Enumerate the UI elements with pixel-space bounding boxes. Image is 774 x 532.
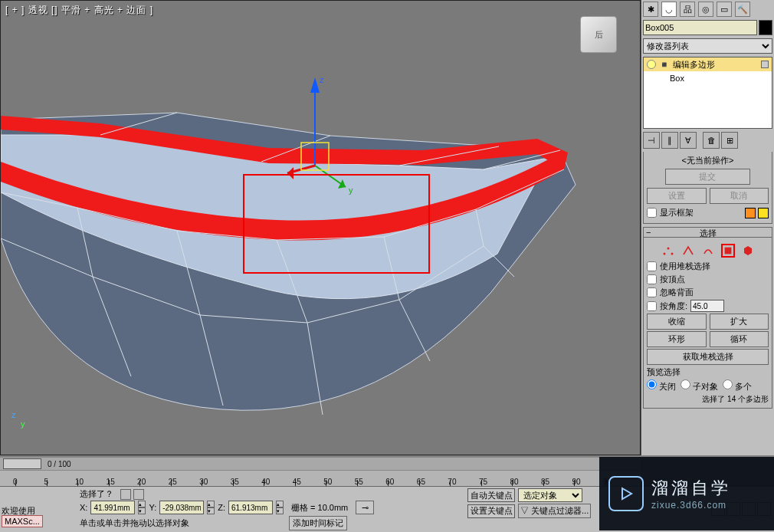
loop-button[interactable]: 循环 (710, 331, 769, 347)
x-coord-input[interactable] (90, 501, 135, 514)
selection-lock-button[interactable] (120, 489, 131, 500)
show-cage-checkbox[interactable] (647, 208, 657, 218)
selection-set-button[interactable] (133, 489, 144, 500)
grow-button[interactable]: 扩大 (710, 314, 769, 330)
add-time-tag-button[interactable]: 添加时间标记 (289, 516, 347, 530)
play-icon (608, 476, 644, 511)
spinner-down-icon[interactable]: ▾ (207, 507, 215, 514)
timeline-tick-label: 15 (107, 478, 115, 486)
rollout-selection: − 选择 使用堆栈选择 按顶点 忽略背面 按角度: (643, 227, 772, 409)
time-slider-thumb[interactable] (3, 458, 41, 469)
timeline-ruler[interactable]: 05101520253035404550556065707580859095 (0, 470, 641, 486)
key-filters-button[interactable]: ▽ 关键点过滤器... (518, 504, 591, 518)
add-key-button[interactable]: ⊸ (356, 501, 374, 514)
lightbulb-icon[interactable] (647, 60, 656, 69)
time-slider[interactable]: 0 / 100 05101520253035404550556065707580… (0, 457, 641, 486)
svg-text:z: z (320, 75, 324, 84)
pin-icon: ⊣ (648, 136, 655, 146)
configure-icon: ⊞ (726, 136, 733, 146)
preview-sub-radio[interactable]: 子对象 (681, 379, 718, 392)
selection-info-label: 选择了？ (80, 489, 113, 498)
timeline-tick-label: 75 (479, 478, 487, 486)
svg-point-9 (663, 253, 665, 255)
model-mesh[interactable]: z y (1, 1, 641, 456)
use-stack-selection-checkbox[interactable] (647, 261, 657, 271)
cancel-button[interactable]: 取消 (710, 188, 769, 204)
polygon-level-button[interactable] (721, 244, 735, 258)
ring-button[interactable]: 环形 (647, 331, 707, 347)
tab-motion[interactable]: ◎ (698, 2, 713, 17)
pin-stack-button[interactable]: ⊣ (643, 132, 660, 149)
modifier-stack[interactable]: ◾ 编辑多边形 Box (643, 57, 772, 129)
settings-button[interactable]: 设置 (647, 188, 707, 204)
spinner-down-icon[interactable]: ▾ (138, 507, 146, 514)
vertex-level-button[interactable] (661, 244, 675, 258)
element-level-button[interactable] (741, 244, 755, 258)
preview-multi-radio[interactable]: 多个 (723, 379, 752, 392)
edge-level-button[interactable] (681, 244, 695, 258)
preview-selection-label: 预览选择 (647, 366, 769, 378)
minus-icon: − (646, 228, 651, 237)
key-target-dropdown[interactable]: 选定对象 (518, 488, 582, 502)
configure-sets-button[interactable]: ⊞ (721, 132, 738, 149)
z-coord-input[interactable] (228, 501, 273, 514)
no-operation-label: <无当前操作> (647, 155, 769, 166)
maxscript-label: MAXSc... (2, 515, 43, 527)
filter-funnel-icon: ▽ (520, 506, 529, 515)
spinner-down-icon[interactable]: ▾ (276, 507, 284, 514)
ignore-backfacing-checkbox[interactable] (647, 287, 657, 297)
rollout-current-operation: <无当前操作> 提交 设置 取消 显示框架 (643, 152, 772, 224)
z-label: Z: (218, 503, 225, 512)
viewcube[interactable]: 后 (580, 16, 617, 53)
by-vertex-checkbox[interactable] (647, 274, 657, 284)
commit-button[interactable]: 提交 (665, 169, 750, 185)
by-angle-checkbox[interactable] (647, 301, 657, 311)
timeline-tick-label: 20 (137, 478, 146, 486)
tab-modify[interactable]: ◡ (661, 2, 677, 17)
modifier-list-dropdown[interactable]: 修改器列表 (643, 38, 772, 54)
expand-icon[interactable]: ◾ (659, 60, 670, 70)
timeline-tick-label: 5 (44, 478, 49, 486)
svg-marker-1 (310, 77, 320, 93)
timeline-tick-label: 10 (75, 478, 84, 486)
object-color-swatch[interactable] (759, 20, 772, 35)
border-level-button[interactable] (701, 244, 715, 258)
preview-off-radio[interactable]: 关闭 (647, 379, 676, 392)
timeline-tick-label: 40 (261, 478, 270, 486)
timeline-tick-label: 0 (13, 478, 18, 486)
cage-color-1[interactable] (745, 208, 756, 218)
tab-utilities[interactable]: 🔨 (735, 2, 750, 17)
hammer-icon: 🔨 (737, 5, 748, 15)
spinner-up-icon[interactable]: ▴ (207, 501, 215, 507)
y-coord-input[interactable] (159, 501, 204, 514)
make-unique-button[interactable]: ∀ (680, 132, 697, 149)
selection-count-label: 选择了 14 个多边形 (647, 394, 769, 405)
tab-display[interactable]: ▭ (717, 2, 732, 17)
svg-point-10 (667, 248, 669, 250)
remove-modifier-button[interactable]: 🗑 (703, 132, 720, 149)
stack-item-edit-poly[interactable]: ◾ 编辑多边形 (644, 57, 772, 71)
by-angle-value[interactable] (690, 300, 724, 312)
shrink-button[interactable]: 收缩 (647, 314, 707, 330)
get-stack-selection-button[interactable]: 获取堆栈选择 (647, 349, 769, 365)
use-stack-selection-label: 使用堆栈选择 (660, 261, 710, 272)
stack-i-icon: ∥ (667, 136, 672, 146)
hierarchy-icon: 品 (684, 4, 692, 15)
auto-key-button[interactable]: 自动关键点 (467, 488, 515, 502)
by-vertex-label: 按顶点 (660, 274, 685, 285)
rollout-selection-header[interactable]: − 选择 (643, 227, 772, 238)
set-key-button[interactable]: 设置关键点 (467, 504, 515, 518)
end-result-toggle-icon[interactable] (761, 61, 769, 68)
cage-color-2[interactable] (758, 208, 769, 218)
stack-toolbar: ⊣ ∥ ∀ 🗑 ⊞ (643, 132, 772, 149)
tab-create[interactable]: ✱ (643, 2, 658, 17)
y-label: Y: (149, 503, 156, 512)
tab-hierarchy[interactable]: 品 (680, 2, 695, 17)
show-end-result-button[interactable]: ∥ (661, 132, 678, 149)
spinner-up-icon[interactable]: ▴ (138, 501, 146, 507)
stack-item-box[interactable]: Box (644, 71, 772, 85)
key-small-icon: ⊸ (362, 503, 369, 513)
object-name-field[interactable] (643, 20, 757, 35)
viewport[interactable]: [ + ] 透视 [] 平滑 + 高光 + 边面 ] (0, 0, 641, 455)
spinner-up-icon[interactable]: ▴ (276, 501, 284, 507)
